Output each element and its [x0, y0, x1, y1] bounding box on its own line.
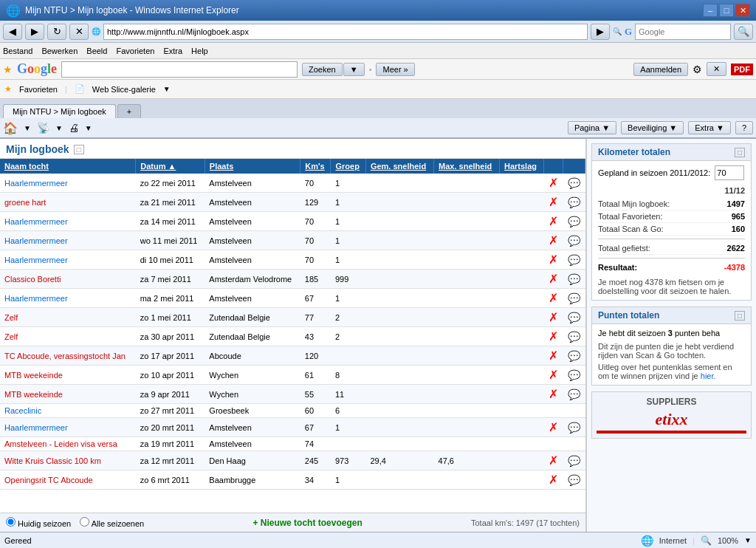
delete-icon[interactable]: ✗ — [549, 273, 558, 285]
meer-button[interactable]: Meer » — [376, 63, 414, 76]
naam-link[interactable]: MTB weekeinde — [4, 371, 63, 380]
cell-heart[interactable]: 💬 — [563, 212, 585, 231]
delete-icon[interactable]: ✗ — [549, 196, 558, 208]
extra-button[interactable]: Extra ▼ — [688, 121, 731, 134]
cell-delete[interactable]: ✗ — [543, 308, 563, 327]
search-go-button[interactable]: 🔍 — [734, 24, 753, 40]
rss-dropdown-icon[interactable]: ▼ — [55, 124, 63, 132]
heart-icon[interactable]: 💬 — [568, 312, 580, 323]
heart-icon[interactable]: 💬 — [568, 292, 580, 304]
cell-heart[interactable]: 💬 — [563, 270, 585, 289]
cell-delete[interactable]: ✗ — [543, 366, 563, 385]
pagina-button[interactable]: Pagina ▼ — [568, 121, 616, 134]
heart-icon[interactable]: 💬 — [568, 422, 580, 434]
back-button[interactable]: ◀ — [3, 24, 22, 40]
address-input[interactable] — [103, 24, 588, 40]
add-tocht-link[interactable]: + Nieuwe tocht toevoegen — [252, 518, 362, 528]
cell-heart[interactable]: 💬 — [563, 327, 585, 346]
naam-link[interactable]: Openingsrit TC Abcoude — [4, 476, 93, 484]
minimize-button[interactable]: – — [703, 4, 718, 17]
menu-bewerken[interactable]: Bewerken — [41, 47, 78, 55]
cell-heart[interactable]: 💬 — [563, 366, 585, 385]
naam-link[interactable]: Zelf — [4, 332, 18, 341]
cell-heart[interactable]: 💬 — [563, 385, 585, 404]
col-kms[interactable]: Km's — [300, 159, 331, 174]
cell-delete[interactable]: ✗ — [543, 270, 563, 289]
delete-icon[interactable]: ✗ — [549, 473, 558, 486]
delete-icon[interactable]: ✗ — [549, 253, 558, 266]
cell-heart[interactable]: 💬 — [563, 470, 585, 490]
punten-collapse-icon[interactable]: □ — [735, 311, 745, 321]
radio-huidig-seizoen[interactable] — [6, 517, 16, 527]
zoom-dropdown-icon[interactable]: ▼ — [744, 536, 752, 544]
cell-heart[interactable]: 💬 — [563, 451, 585, 470]
menu-favorieten[interactable]: Favorieten — [116, 47, 154, 55]
col-naam[interactable]: Naam tocht — [0, 159, 136, 174]
naam-link[interactable]: MTB weekeinde — [4, 390, 63, 399]
menu-help[interactable]: Help — [191, 47, 208, 55]
cell-delete[interactable]: ✗ — [543, 327, 563, 346]
cell-delete[interactable]: ✗ — [543, 250, 563, 270]
delete-icon[interactable]: ✗ — [549, 234, 558, 247]
search-input[interactable] — [635, 24, 731, 40]
col-gem[interactable]: Gem. snelheid — [365, 159, 433, 174]
gepland-input[interactable] — [715, 165, 744, 180]
close-button[interactable]: ✕ — [735, 4, 750, 17]
collapse-icon[interactable]: □ — [74, 145, 84, 154]
naam-link[interactable]: TC Abcoude, verassingstocht Jan — [4, 352, 126, 360]
delete-icon[interactable]: ✗ — [549, 369, 558, 381]
delete-icon[interactable]: ✗ — [549, 177, 558, 189]
heart-icon[interactable]: 💬 — [568, 254, 580, 266]
naam-link[interactable]: Zelf — [4, 313, 18, 322]
heart-icon[interactable]: 💬 — [568, 369, 580, 381]
logbook-table-scroll[interactable]: Naam tocht Datum ▲ Plaats Km's Groep Gem… — [0, 159, 585, 513]
new-tab-button[interactable]: + — [117, 104, 141, 118]
favorieten-item[interactable]: Favorieten — [19, 85, 58, 94]
active-tab[interactable]: Mijn NTFU > Mijn logboek — [3, 104, 116, 118]
col-datum[interactable]: Datum ▲ — [136, 159, 205, 174]
naam-link[interactable]: Haarlemmermeer — [4, 236, 68, 245]
menu-bestand[interactable]: Bestand — [3, 47, 32, 55]
home-dropdown-icon[interactable]: ▼ — [24, 124, 31, 132]
hier-link[interactable]: hier — [701, 371, 714, 380]
cell-delete[interactable]: ✗ — [543, 289, 563, 308]
rss-icon[interactable]: 📡 — [37, 122, 49, 134]
forward-button[interactable]: ▶ — [25, 24, 44, 40]
heart-icon[interactable]: 💬 — [568, 196, 580, 208]
cell-delete[interactable]: ✗ — [543, 470, 563, 490]
delete-icon[interactable]: ✗ — [549, 215, 558, 227]
cell-delete[interactable]: ✗ — [543, 174, 563, 193]
radio-alle-label[interactable]: Alle seizoenen — [80, 517, 144, 528]
cell-heart[interactable]: 💬 — [563, 231, 585, 250]
cell-heart[interactable]: 💬 — [563, 308, 585, 327]
stop-button[interactable]: ✕ — [69, 24, 89, 40]
maximize-button[interactable]: □ — [719, 4, 734, 17]
cell-heart[interactable]: 💬 — [563, 418, 585, 437]
refresh-button[interactable]: ↻ — [47, 24, 66, 40]
naam-link[interactable]: Witte Kruis Classic 100 km — [4, 456, 101, 465]
delete-icon[interactable]: ✗ — [549, 349, 558, 362]
delete-icon[interactable]: ✗ — [549, 421, 558, 434]
naam-link[interactable]: Haarlemmermeer — [4, 256, 68, 264]
delete-icon[interactable]: ✗ — [549, 454, 558, 467]
home-icon[interactable]: 🏠 — [3, 121, 18, 135]
cell-delete[interactable]: ✗ — [543, 212, 563, 231]
heart-icon[interactable]: 💬 — [568, 273, 580, 285]
cell-heart[interactable]: 💬 — [563, 289, 585, 308]
cell-delete[interactable]: ✗ — [543, 231, 563, 250]
google-zoeken-button[interactable]: Zoeken — [302, 63, 343, 76]
col-groep[interactable]: Groep — [331, 159, 365, 174]
naam-link[interactable]: groene hart — [4, 198, 46, 207]
settings-icon[interactable]: ⚙ — [693, 64, 702, 75]
naam-link[interactable]: Classico Boretti — [4, 275, 61, 284]
delete-icon[interactable]: ✗ — [549, 330, 558, 343]
cell-delete[interactable]: ✗ — [543, 451, 563, 470]
beveiliging-button[interactable]: Beveiliging ▼ — [621, 121, 684, 134]
cell-heart[interactable]: 💬 — [563, 193, 585, 212]
heart-icon[interactable]: 💬 — [568, 216, 580, 227]
google-toolbar-input[interactable] — [61, 61, 298, 78]
cell-delete[interactable]: ✗ — [543, 346, 563, 366]
print-icon[interactable]: 🖨 — [69, 122, 79, 134]
cell-heart[interactable]: 💬 — [563, 174, 585, 193]
help-button[interactable]: ? — [735, 121, 753, 134]
